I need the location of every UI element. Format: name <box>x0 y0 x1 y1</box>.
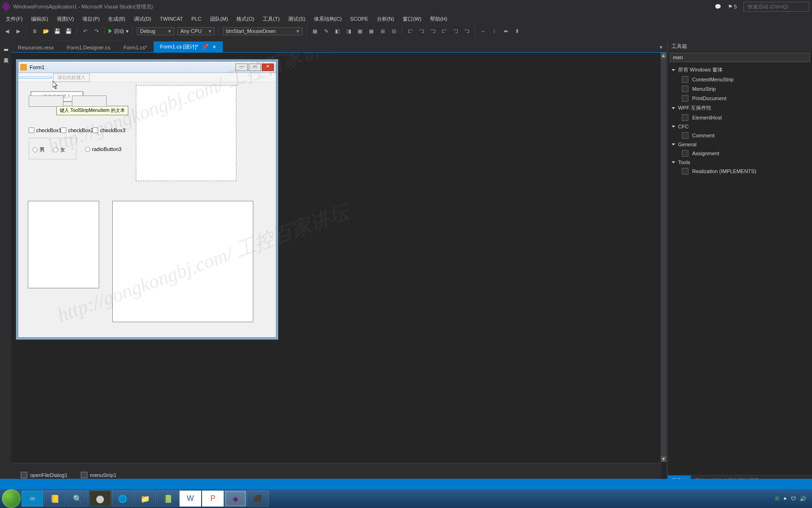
menu-item-editing[interactable] <box>19 77 52 79</box>
feedback-icon[interactable]: 💬 <box>715 4 721 10</box>
open-icon[interactable]: 📂 <box>42 27 50 35</box>
form-titlebar[interactable]: Form1 — ▭ ✕ <box>18 62 276 73</box>
toolbox-group[interactable]: Tools <box>668 158 812 167</box>
menu-scope[interactable]: SCOPE <box>346 15 372 23</box>
textbox-multiline[interactable] <box>112 201 253 322</box>
redo-icon[interactable]: ↷ <box>92 27 101 35</box>
panel1[interactable] <box>136 85 236 181</box>
tray-icon[interactable]: 🛡 <box>791 496 796 501</box>
taskbar-app[interactable]: 📒 <box>44 491 66 507</box>
taskbar-explorer[interactable]: 📁 <box>134 491 156 507</box>
left-tab-toolbox[interactable]: 工具箱 <box>0 51 10 58</box>
toolbox-tree[interactable]: 所有 Windows 窗体 ContextMenuStrip MenuStrip… <box>668 63 812 475</box>
vspacing-icon[interactable]: ↕ <box>490 27 499 35</box>
toolbox-search-input[interactable]: men <box>670 53 810 62</box>
toolbox-group[interactable]: General <box>668 140 812 149</box>
undo-icon[interactable]: ↶ <box>81 27 89 35</box>
menu-project[interactable]: 项目(P) <box>78 15 103 24</box>
radio-male[interactable]: 男 <box>32 146 45 153</box>
pin-icon[interactable]: 📌 <box>202 44 209 50</box>
menu-analyze[interactable]: 分析(N) <box>373 15 398 24</box>
tab-form1-design[interactable]: Form1.cs [设计]*📌× <box>154 41 223 52</box>
close-tab-icon[interactable]: × <box>212 43 216 50</box>
menu-team[interactable]: 团队(M) <box>206 15 232 24</box>
form-client-area[interactable]: 请在此处键入 请在此处键入 键入 ToolStripMenuItem 的文本 c… <box>18 73 276 337</box>
tb-icon[interactable]: ◧ <box>333 27 342 35</box>
tab-designer-cs[interactable]: Form1.Designer.cs <box>60 43 117 52</box>
taskbar-app[interactable]: ⬛ <box>247 491 269 507</box>
toolbox-group[interactable]: WPF 互操作性 <box>668 103 812 113</box>
config-select[interactable]: Debug▾ <box>137 27 174 35</box>
button2[interactable] <box>72 95 107 107</box>
taskbar-word[interactable]: W <box>180 491 201 507</box>
maximize-button[interactable]: ▭ <box>249 64 261 71</box>
align-center-icon[interactable]: ⫎ <box>417 27 426 35</box>
tb-icon[interactable]: ⊟ <box>390 27 398 35</box>
vertical-scrollbar[interactable]: ▲ ▼ <box>661 53 666 462</box>
notifications-flag[interactable]: ⚑ 5 <box>728 4 737 10</box>
align-bottom-icon[interactable]: ⫎ <box>462 27 471 35</box>
tab-form1-cs[interactable]: Form1.cs* <box>117 43 154 52</box>
platform-select[interactable]: Any CPU▾ <box>177 27 215 35</box>
scroll-up-icon[interactable]: ▲ <box>661 53 666 58</box>
nav-back-icon[interactable]: ◀ <box>3 27 11 35</box>
toolbox-item[interactable]: Assignment <box>668 149 812 158</box>
taskbar-app[interactable]: 🔍 <box>67 491 88 507</box>
listbox1[interactable] <box>28 201 99 288</box>
menu-test[interactable]: 测试(S) <box>284 15 309 24</box>
left-tab-server-explorer[interactable]: 服务器资源管理器 <box>0 41 10 49</box>
new-project-icon[interactable]: 🗎 <box>31 27 39 35</box>
taskbar-powerpoint[interactable]: P <box>202 491 224 507</box>
scroll-down-icon[interactable]: ▼ <box>661 456 666 462</box>
close-button[interactable]: ✕ <box>262 64 274 71</box>
component-openfiledialog[interactable]: openFileDialog1 <box>21 472 68 478</box>
menu-twincat[interactable]: TWINCAT <box>156 15 187 23</box>
menustrip[interactable]: 请在此处键入 <box>18 73 276 82</box>
method-select[interactable]: btnStart_MouseDown▾ <box>223 27 303 35</box>
minimize-button[interactable]: — <box>235 64 248 71</box>
align-middle-icon[interactable]: ⫎ <box>451 27 460 35</box>
tb-icon[interactable]: ⊞ <box>378 27 387 35</box>
hspacing-icon[interactable]: ↔ <box>479 27 487 35</box>
save-icon[interactable]: 💾 <box>53 27 62 35</box>
checkbox3[interactable]: checkBox3 <box>93 127 125 133</box>
checkbox1[interactable]: checkBox1 <box>29 127 62 133</box>
tray-icon[interactable]: R <box>775 496 779 501</box>
toolbox-group[interactable]: CFC <box>668 122 812 131</box>
size-icon[interactable]: ⬍ <box>513 27 521 35</box>
tray-icon[interactable]: 🔊 <box>800 496 806 502</box>
tab-resources[interactable]: Resources.resx <box>11 43 60 52</box>
radio-female[interactable]: 女 <box>53 146 65 153</box>
align-right-icon[interactable]: ⫎ <box>429 27 437 35</box>
taskbar-app[interactable]: 📗 <box>157 491 179 507</box>
menu-format[interactable]: 格式(O) <box>233 15 258 24</box>
menu-help[interactable]: 帮助(H) <box>426 15 451 24</box>
menu-item-placeholder[interactable]: 请在此处键入 <box>53 73 90 82</box>
tb-icon[interactable]: ✎ <box>322 27 330 35</box>
tb-icon[interactable]: ◨ <box>344 27 353 35</box>
taskbar-app[interactable]: ∞ <box>22 491 43 507</box>
menu-debug[interactable]: 调试(D) <box>130 15 155 24</box>
menu-file[interactable]: 文件(F) <box>2 15 26 24</box>
toolbox-item[interactable]: Comment <box>668 131 812 140</box>
toolbox-group[interactable]: 所有 Windows 窗体 <box>668 65 812 75</box>
menu-plc[interactable]: PLC <box>187 15 205 23</box>
menu-tools[interactable]: 工具(T) <box>259 15 283 24</box>
taskbar-app[interactable]: ⬤ <box>89 491 111 507</box>
tb-icon[interactable]: ▦ <box>356 27 364 35</box>
menu-build[interactable]: 生成(B) <box>104 15 129 24</box>
system-tray[interactable]: R ✦ 🛡 🔊 <box>772 496 810 502</box>
size-icon[interactable]: ⬌ <box>501 27 510 35</box>
save-all-icon[interactable]: 💾 <box>64 27 73 35</box>
start-button[interactable] <box>2 489 21 508</box>
align-left-icon[interactable]: ⫍ <box>406 27 414 35</box>
align-top-icon[interactable]: ⫍ <box>440 27 448 35</box>
menu-window[interactable]: 窗口(W) <box>399 15 425 24</box>
tb-icon[interactable]: ▦ <box>311 27 319 35</box>
menu-arch[interactable]: 体系结构(C) <box>310 15 345 24</box>
nav-fwd-icon[interactable]: ▶ <box>14 27 23 35</box>
checkbox2[interactable]: checkBox2 <box>61 127 94 133</box>
tb-icon[interactable]: ▦ <box>367 27 375 35</box>
toolbox-item[interactable]: ElementHost <box>668 113 812 122</box>
button1[interactable] <box>29 95 63 107</box>
